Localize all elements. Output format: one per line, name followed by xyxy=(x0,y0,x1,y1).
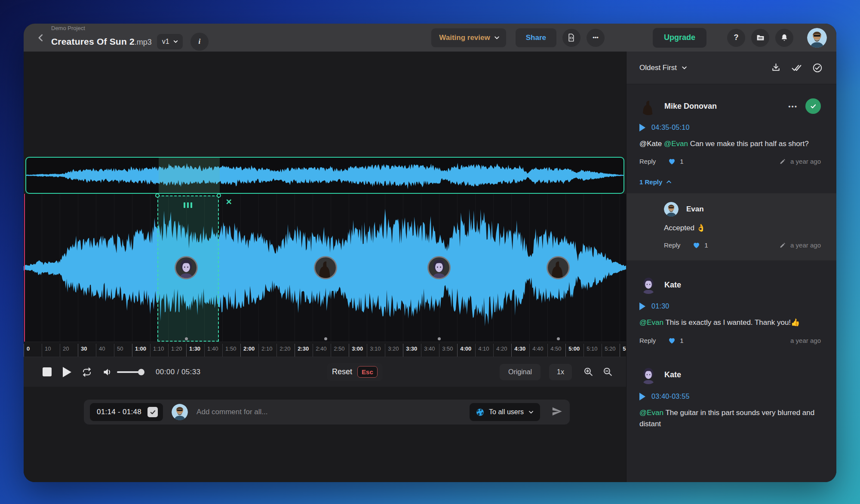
volume-control xyxy=(102,367,144,377)
ruler-tick: 3:00 xyxy=(349,344,363,357)
like-button[interactable]: 1 xyxy=(668,336,683,345)
avatar-kate xyxy=(639,276,657,294)
ruler-tick: 3:30 xyxy=(403,344,417,357)
version-dropdown[interactable]: v1 xyxy=(157,34,183,49)
comment-composer-area: 01:14 - 01:48 Add comment for all... To xyxy=(24,387,626,482)
info-button[interactable]: i xyxy=(190,33,209,51)
show-resolved-button[interactable] xyxy=(812,63,823,73)
comments-toolbar: Oldest First xyxy=(627,52,836,84)
embed-file-button[interactable] xyxy=(562,29,580,47)
audience-dropdown[interactable]: To all users xyxy=(470,403,540,421)
ruler-tick: 50 xyxy=(114,344,123,357)
more-options-button[interactable]: ••• xyxy=(587,29,605,47)
avatar-kate xyxy=(429,257,449,278)
ruler-tick: 3:50 xyxy=(439,344,453,357)
reply-author: Evan xyxy=(686,205,704,214)
comment-time-range: 01:30 xyxy=(651,302,670,310)
projects-button[interactable] xyxy=(751,29,769,47)
volume-slider[interactable] xyxy=(117,371,144,373)
status-dropdown[interactable]: Waiting review xyxy=(431,28,506,47)
reply-button[interactable]: Reply xyxy=(664,241,680,249)
ruler-tick: 0 xyxy=(24,344,30,357)
reply-text: Accepted 👌 xyxy=(664,223,821,232)
comment-timestamp-link[interactable]: 03:40-03:55 xyxy=(639,393,821,400)
upgrade-button[interactable]: Upgrade xyxy=(653,28,706,48)
like-button[interactable]: 1 xyxy=(692,241,708,249)
zoom-in-button[interactable] xyxy=(583,367,594,377)
time-ruler[interactable]: 010203040501:001:101:201:301:401:502:002… xyxy=(24,342,626,357)
sort-dropdown[interactable]: Oldest First xyxy=(639,64,688,72)
volume-knob[interactable] xyxy=(138,369,144,375)
avatar-mike xyxy=(639,97,657,115)
speaker-icon[interactable] xyxy=(102,367,113,377)
ruler-tick: 3:10 xyxy=(367,344,381,357)
user-avatar[interactable] xyxy=(807,28,827,48)
chevron-up-icon xyxy=(666,179,672,185)
comment-marker-kate[interactable] xyxy=(175,256,198,279)
comment-avatar xyxy=(639,366,657,384)
share-button[interactable]: Share xyxy=(516,28,556,47)
zoom-out-icon xyxy=(602,367,613,377)
ruler-tick: 4:10 xyxy=(475,344,489,357)
comment-marker-kate[interactable] xyxy=(427,256,451,279)
reply-button[interactable]: Reply xyxy=(639,337,656,344)
comment-marker-mike[interactable] xyxy=(314,256,337,279)
ruler-tick: 2:50 xyxy=(331,344,344,357)
mention[interactable]: @Evan xyxy=(664,140,690,148)
reply-button[interactable]: Reply xyxy=(639,158,656,165)
comment-card[interactable]: Kate 03:40-03:55 @Evan The guitar in thi… xyxy=(627,346,836,430)
comment-timestamp-link[interactable]: 01:30 xyxy=(639,302,821,310)
ruler-tick: 40 xyxy=(96,344,105,357)
selection-drag-handle[interactable] xyxy=(184,202,192,208)
loop-button[interactable] xyxy=(82,367,92,377)
comment-menu-button[interactable]: ••• xyxy=(788,103,798,110)
comment-composer[interactable]: 01:14 - 01:48 Add comment for all... To xyxy=(84,400,570,425)
comment-input[interactable]: Add comment for all... xyxy=(197,408,461,416)
reply-card[interactable]: Evan Accepted 👌 Reply 1 a year ago xyxy=(627,193,836,260)
resolved-badge[interactable] xyxy=(805,98,821,114)
like-button[interactable]: 1 xyxy=(668,157,683,165)
selection-handle-left[interactable] xyxy=(155,193,160,198)
waveform-overview[interactable] xyxy=(25,157,624,194)
reply-age: a year ago xyxy=(779,241,821,249)
overview-waveform-graphic xyxy=(26,158,624,193)
comment-card[interactable]: Mike Donovan ••• 04:35-05:10 @Kate @Evan… xyxy=(627,84,836,167)
stop-button[interactable] xyxy=(43,367,52,376)
notifications-button[interactable] xyxy=(775,29,793,47)
waveform-panel: ✕ 010203040501:001:101:201:301:401:502:0… xyxy=(24,52,626,482)
comment-card[interactable]: Kate 01:30 @Evan This is exactly as I wa… xyxy=(627,260,836,346)
thumbs-up-emoji: 👍 xyxy=(791,318,800,327)
play-icon xyxy=(639,393,645,400)
mention[interactable]: @Kate xyxy=(639,140,664,148)
send-comment-button[interactable] xyxy=(551,406,563,418)
ruler-tick: 2:40 xyxy=(313,344,326,357)
ruler-tick: 2:30 xyxy=(295,344,309,357)
selection-handle-right[interactable] xyxy=(217,193,221,198)
comment-timestamp-link[interactable]: 04:35-05:10 xyxy=(639,124,821,131)
avatar-evan xyxy=(172,404,188,420)
zoom-out-button[interactable] xyxy=(602,367,613,377)
mark-all-read-button[interactable] xyxy=(791,62,802,73)
back-button[interactable] xyxy=(33,28,49,48)
reset-selection-button[interactable]: Reset Esc xyxy=(327,363,383,381)
ruler-tick: 30 xyxy=(78,344,87,357)
ruler-tick: 20 xyxy=(60,344,69,357)
mention[interactable]: @Evan xyxy=(639,318,665,327)
original-version-button[interactable]: Original xyxy=(500,364,541,380)
download-comments-button[interactable] xyxy=(771,63,781,73)
help-button[interactable]: ? xyxy=(727,29,745,47)
replies-toggle[interactable]: 1 Reply xyxy=(639,178,672,186)
selection-close-button[interactable]: ✕ xyxy=(226,197,232,207)
playback-speed-button[interactable]: 1x xyxy=(549,364,572,380)
like-count: 1 xyxy=(680,158,683,165)
mention[interactable]: @Evan xyxy=(639,409,665,417)
ruler-tick: 1:10 xyxy=(150,344,164,357)
playhead[interactable] xyxy=(24,194,25,342)
waveform-main[interactable]: ✕ xyxy=(24,194,626,342)
pencil-icon xyxy=(779,242,786,249)
selection-time-chip[interactable]: 01:14 - 01:48 xyxy=(90,403,163,421)
timestamp-checkbox[interactable] xyxy=(147,407,158,417)
play-button[interactable] xyxy=(63,367,71,377)
ruler-tick: 5:20 xyxy=(602,344,615,357)
play-icon xyxy=(639,302,645,310)
